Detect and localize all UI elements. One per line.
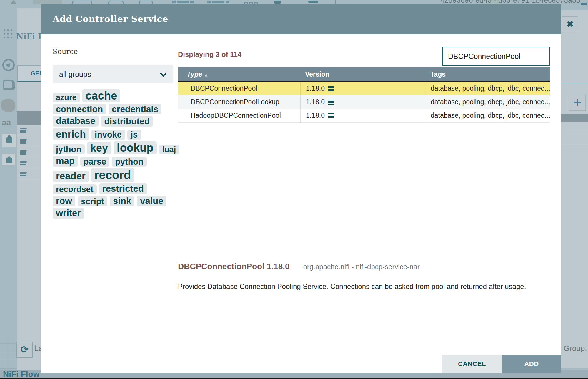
tag-record[interactable]: record bbox=[91, 168, 134, 182]
tag-jython[interactable]: jython bbox=[53, 144, 85, 154]
corner-fragment bbox=[581, 3, 587, 5]
bg-service-row bbox=[17, 125, 41, 136]
tab-general[interactable]: GEN bbox=[17, 65, 41, 82]
tag-js[interactable]: js bbox=[127, 130, 141, 140]
bg-table-header-left bbox=[17, 111, 41, 125]
grid-dots-icon bbox=[4, 29, 5, 31]
table-row[interactable]: DBCPConnectionPoolLookup1.18.0database, … bbox=[178, 95, 550, 109]
refresh-button[interactable]: ⟳ bbox=[16, 342, 33, 358]
cancel-button[interactable]: CANCEL bbox=[442, 355, 502, 373]
canvas-grid bbox=[0, 336, 17, 370]
tag-row: connectioncredentials bbox=[53, 104, 191, 115]
add-controller-service-dialog: Add Controller Service Source all groups… bbox=[41, 4, 561, 373]
service-table-header: Type▲ Version Tags bbox=[178, 67, 550, 81]
result-count: Displaying 3 of 114 bbox=[178, 50, 241, 59]
cell-type: HadoopDBCPConnectionPool bbox=[178, 112, 300, 120]
tag-cache[interactable]: cache bbox=[82, 89, 121, 102]
tag-key[interactable]: key bbox=[87, 142, 111, 154]
input-port-icon bbox=[172, 1, 194, 3]
column-header-tags[interactable]: Tags bbox=[425, 70, 550, 78]
filter-input[interactable]: DBCPConnectionPool bbox=[442, 47, 550, 66]
book-icon bbox=[20, 128, 27, 133]
tag-row: writer bbox=[53, 208, 191, 219]
tag-connection[interactable]: connection bbox=[53, 104, 106, 115]
book-icon bbox=[20, 150, 27, 155]
tag-luaj[interactable]: luaj bbox=[159, 145, 179, 154]
table-row[interactable]: HadoopDBCPConnectionPool1.18.0database, … bbox=[178, 109, 550, 123]
tag-invoke[interactable]: invoke bbox=[91, 130, 125, 140]
tag-credentials[interactable]: credentials bbox=[109, 104, 161, 115]
book-icon bbox=[20, 161, 27, 165]
dialog-title: Add Controller Service bbox=[53, 4, 168, 34]
divider-fragment bbox=[335, 0, 336, 4]
processor-icon bbox=[139, 1, 153, 4]
cell-tags: database, pooling, dbcp, jdbc, connec… bbox=[425, 82, 550, 95]
processor-icon bbox=[72, 1, 92, 4]
cell-version: 1.18.0 bbox=[300, 95, 425, 109]
label-icon bbox=[274, 1, 281, 4]
output-port-icon bbox=[207, 1, 229, 3]
tag-row: enrichinvokejs bbox=[53, 128, 191, 140]
table-row[interactable]: DBCPConnectionPool1.18.0database, poolin… bbox=[178, 81, 550, 95]
tag-enrich[interactable]: enrich bbox=[53, 128, 89, 140]
column-header-type[interactable]: Type▲ bbox=[178, 70, 300, 78]
tag-lookup[interactable]: lookup bbox=[114, 141, 157, 155]
home-icon bbox=[5, 156, 13, 159]
dialog-header: Add Controller Service bbox=[41, 4, 561, 34]
tag-parse[interactable]: parse bbox=[80, 157, 109, 167]
book-icon bbox=[20, 139, 27, 144]
tag-database[interactable]: database bbox=[53, 116, 99, 127]
puzzle-icon bbox=[6, 137, 12, 143]
font-size-label: aa bbox=[2, 118, 11, 127]
tag-row: readerrecord bbox=[53, 168, 191, 182]
tag-distributed[interactable]: distributed bbox=[101, 116, 153, 127]
column-header-version[interactable]: Version bbox=[300, 70, 425, 78]
nifi-logo-fragment-icon bbox=[11, 0, 16, 4]
status-bar bbox=[0, 378, 588, 379]
tag-cloud: azurecacheconnectioncredentialsdatabased… bbox=[53, 89, 191, 220]
cell-tags: database, pooling, dbcp, jdbc, connec… bbox=[425, 95, 550, 109]
bg-service-row bbox=[17, 169, 41, 180]
source-group-value: all groups bbox=[59, 65, 91, 83]
processor-icon bbox=[108, 1, 124, 4]
tag-python[interactable]: python bbox=[112, 157, 147, 167]
new-service-button[interactable]: + bbox=[569, 95, 586, 111]
tag-row: rowscriptsinkvalue bbox=[53, 196, 191, 207]
tag-sink[interactable]: sink bbox=[110, 196, 134, 207]
navigate-icon bbox=[2, 59, 15, 71]
tag-script[interactable]: script bbox=[78, 196, 107, 206]
version-list-icon[interactable] bbox=[328, 100, 334, 105]
bg-service-row bbox=[17, 158, 41, 169]
tag-restricted[interactable]: restricted bbox=[99, 183, 147, 194]
tag-row: azurecache bbox=[53, 89, 191, 102]
tag-map[interactable]: map bbox=[53, 156, 78, 167]
cell-version: 1.18.0 bbox=[300, 82, 425, 95]
tag-row: mapparsepython bbox=[53, 156, 191, 167]
extension-button bbox=[2, 133, 17, 147]
bg-service-row bbox=[17, 136, 41, 147]
version-list-icon[interactable] bbox=[328, 86, 334, 91]
service-details-bundle: org.apache.nifi - nifi-dbcp-service-nar bbox=[303, 263, 420, 271]
tag-writer[interactable]: writer bbox=[53, 208, 84, 219]
tag-row: databasedistributed bbox=[53, 116, 191, 127]
tag-azure[interactable]: azure bbox=[53, 93, 80, 102]
close-icon[interactable]: ✖ bbox=[562, 16, 578, 32]
source-group-dropdown[interactable]: all groups bbox=[53, 65, 173, 83]
bg-table-header-right bbox=[561, 114, 588, 122]
tag-reader[interactable]: reader bbox=[53, 171, 89, 182]
tag-row: jythonkeylookupluaj bbox=[53, 141, 191, 155]
cell-version: 1.18.0 bbox=[300, 109, 425, 122]
tag-recordset[interactable]: recordset bbox=[53, 184, 97, 194]
book-icon bbox=[20, 172, 27, 176]
version-list-icon[interactable] bbox=[328, 113, 334, 118]
service-details-title: DBCPConnectionPool 1.18.0 bbox=[178, 262, 290, 271]
flow-config-title: NiFi F bbox=[16, 32, 44, 41]
add-button[interactable]: ADD bbox=[502, 355, 561, 373]
tag-value[interactable]: value bbox=[137, 196, 166, 207]
refresh-icon: ⟳ bbox=[21, 344, 29, 355]
cell-type: DBCPConnectionPool bbox=[178, 85, 300, 92]
tag-row[interactable]: row bbox=[53, 196, 75, 207]
cell-type: DBCPConnectionPoolLookup bbox=[178, 98, 300, 106]
cell-tags: database, pooling, dbcp, jdbc, connec… bbox=[425, 109, 550, 122]
drop-shape-icon bbox=[1, 99, 15, 112]
